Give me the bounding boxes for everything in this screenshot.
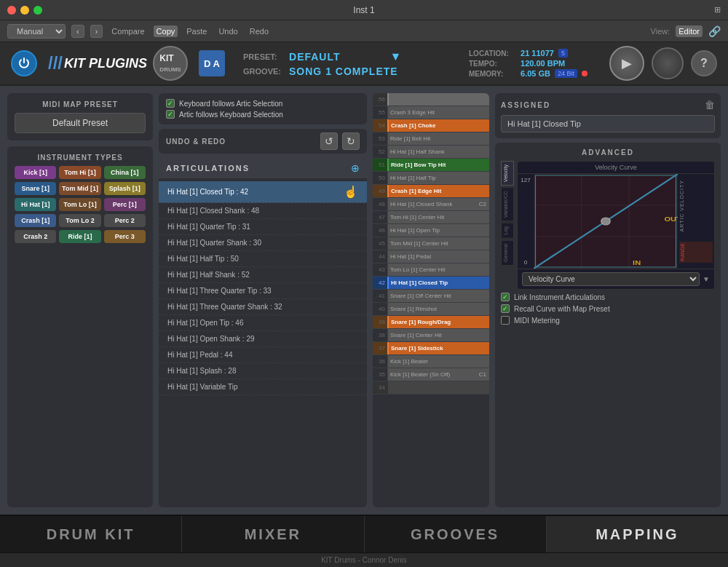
preset-select[interactable]: Manual: [7, 24, 66, 39]
piano-row[interactable]: 51 Ride [1] Bow Tip Hit: [373, 159, 489, 172]
piano-row[interactable]: 56: [373, 93, 489, 106]
checkbox-keyboard[interactable]: ✓ Keyboard follows Artic Selection: [166, 99, 360, 108]
artic-item[interactable]: Hi Hat [1] Open Shank : 29: [159, 331, 367, 347]
artic-item[interactable]: Hi Hat [1] Half Tip : 50: [159, 251, 367, 267]
piano-row[interactable]: 43 Tom Lo [1] Center Hit: [373, 263, 489, 277]
artic-item[interactable]: Hi Hat [1] Half Shank : 52: [159, 267, 367, 283]
tab-mapping[interactable]: MAPPING: [547, 516, 728, 552]
checkbox-keyboard-box[interactable]: ✓: [166, 99, 175, 108]
inst-crash2[interactable]: Crash 2: [15, 230, 56, 243]
copy-button[interactable]: Copy: [154, 25, 178, 37]
play-button[interactable]: ▶: [609, 46, 644, 81]
trash-button[interactable]: 🗑: [705, 99, 715, 111]
piano-row[interactable]: 44 Hi Hat [1] Pedal: [373, 250, 489, 263]
piano-row[interactable]: 38 Snare [1] Center Hit: [373, 329, 489, 342]
artic-item[interactable]: Hi Hat [1] Three Quarter Tip : 33: [159, 283, 367, 299]
link-icon[interactable]: 🔗: [708, 25, 721, 37]
velocity-curve-select[interactable]: Velocity Curve: [522, 272, 700, 286]
forward-button[interactable]: ›: [90, 25, 103, 38]
power-button[interactable]: [11, 50, 37, 76]
artic-item[interactable]: Hi Hat [1] Closed Tip : 42 ☝: [159, 181, 367, 203]
inst-tom-lo[interactable]: Tom Lo [1]: [59, 198, 100, 211]
artic-item[interactable]: Hi Hat [1] Splash : 28: [159, 363, 367, 379]
piano-row[interactable]: 49 Crash [1] Edge Hit: [373, 185, 489, 198]
undo-button[interactable]: Undo: [215, 25, 240, 37]
artic-item[interactable]: Hi Hat [1] Three Quarter Shank : 32: [159, 299, 367, 315]
inst-splash[interactable]: Splash [1]: [104, 182, 146, 195]
piano-row[interactable]: 47 Tom Hi [1] Center Hit: [373, 211, 489, 224]
preset-label: PRESET:: [243, 52, 283, 61]
right-panel: ASSIGNED 🗑 Hi Hat [1] Closed Tip ADVANCE…: [495, 93, 721, 507]
piano-row[interactable]: 53 Ride [1] Bell Hit: [373, 132, 489, 146]
adv-cb-midi-box[interactable]: [501, 316, 510, 325]
piano-row[interactable]: 37 Snare [1] Sidestick: [373, 342, 489, 355]
inst-tom-mid[interactable]: Tom Mid [1]: [59, 182, 100, 195]
log-tab[interactable]: Log: [501, 223, 514, 239]
artic-item[interactable]: Hi Hat [1] Quarter Shank : 30: [159, 235, 367, 251]
piano-row[interactable]: 41 Snare [1] Off Center Hit: [373, 290, 489, 303]
checkbox-artic[interactable]: ✓ Artic follows Keyboard Selection: [166, 110, 360, 119]
piano-row[interactable]: 34: [373, 381, 489, 394]
close-button[interactable]: [7, 6, 16, 15]
variable-cc-tab[interactable]: Variable/CC: [501, 187, 514, 221]
checkbox-keyboard-label: Keyboard follows Artic Selection: [179, 100, 282, 108]
inst-perc2[interactable]: Perc 2: [104, 214, 146, 227]
general-tab[interactable]: General: [501, 240, 514, 266]
piano-row[interactable]: 39 Snare [1] Rough/Drag: [373, 316, 489, 329]
redo-btn[interactable]: ↻: [342, 132, 360, 150]
inst-china[interactable]: China [1]: [104, 166, 146, 179]
piano-row[interactable]: 50 Hi Hat [1] Half Tip: [373, 172, 489, 185]
artic-item[interactable]: Hi Hat [1] Open Tip : 46: [159, 315, 367, 331]
fullscreen-icon[interactable]: ⊞: [714, 5, 721, 15]
artic-item[interactable]: Hi Hat [1] Variable Tip: [159, 379, 367, 395]
artic-item[interactable]: Hi Hat [1] Quarter Tip : 31: [159, 219, 367, 235]
adv-checkbox-recall[interactable]: ✓ Recall Curve with Map Preset: [501, 304, 715, 313]
midi-preset-button[interactable]: Default Preset: [15, 113, 146, 133]
maximize-button[interactable]: [33, 6, 42, 15]
groove-label: GROOVE:: [243, 67, 283, 76]
artic-refresh-button[interactable]: ⊕: [351, 162, 360, 174]
inst-hihat[interactable]: Hi Hat [1]: [15, 198, 56, 211]
tab-grooves[interactable]: GROOVES: [365, 516, 547, 552]
help-button[interactable]: ?: [691, 50, 717, 76]
piano-row[interactable]: 55 Crash 3 Edge Hit: [373, 106, 489, 119]
checkbox-artic-box[interactable]: ✓: [166, 110, 175, 119]
inst-kick[interactable]: Kick [1]: [15, 166, 56, 179]
artic-item[interactable]: Hi Hat [1] Pedal : 44: [159, 347, 367, 363]
graph-area[interactable]: OUT IN: [534, 174, 678, 269]
inst-tom-lo2[interactable]: Tom Lo 2: [59, 214, 100, 227]
piano-row[interactable]: 54 Crash [1] Choke: [373, 119, 489, 132]
piano-row[interactable]: 36 Kick [1] Beater: [373, 355, 489, 368]
inst-perc3[interactable]: Perc 3: [104, 230, 146, 243]
minimize-button[interactable]: [20, 6, 29, 15]
knob-control[interactable]: [652, 47, 684, 79]
inst-crash[interactable]: Crash [1]: [15, 214, 56, 227]
piano-row[interactable]: 45 Tom Mid [1] Center Hit: [373, 237, 489, 250]
piano-row[interactable]: 52 Hi Hat [1] Half Shank: [373, 146, 489, 159]
tab-drum-kit[interactable]: DRUM KIT: [0, 516, 182, 552]
redo-button[interactable]: Redo: [247, 25, 272, 37]
piano-row[interactable]: 35 Kick [1] Beater (Sn Off) C1: [373, 368, 489, 381]
editor-button[interactable]: Editor: [676, 25, 703, 37]
velocity-tab[interactable]: Velocity: [501, 161, 514, 186]
adv-cb-link-box[interactable]: ✓: [501, 293, 510, 301]
inst-ride[interactable]: Ride [1]: [59, 230, 100, 243]
back-button[interactable]: ‹: [71, 25, 84, 38]
undo-btn[interactable]: ↺: [320, 132, 338, 150]
preset-dropdown-arrow[interactable]: ▼: [390, 50, 402, 63]
paste-button[interactable]: Paste: [183, 25, 210, 37]
piano-row[interactable]: 40 Snare [1] Rimshot: [373, 303, 489, 316]
inst-perc[interactable]: Perc [1]: [104, 198, 146, 211]
adv-checkbox-link[interactable]: ✓ Link Instrument Articulations: [501, 293, 715, 301]
artic-item[interactable]: Hi Hat [1] Closed Shank : 48: [159, 203, 367, 219]
piano-row[interactable]: 48 Hi Hat [1] Closed Shank C2: [373, 198, 489, 211]
inst-tom-hi[interactable]: Tom Hi [1]: [59, 166, 100, 179]
piano-row[interactable]: 46 Hi Hat [1] Open Tip: [373, 224, 489, 237]
adv-checkbox-midi[interactable]: MIDI Metering: [501, 316, 715, 325]
compare-button[interactable]: Compare: [108, 25, 147, 37]
adv-cb-recall-box[interactable]: ✓: [501, 304, 510, 313]
articulations-list: Hi Hat [1] Closed Tip : 42 ☝ Hi Hat [1] …: [159, 178, 367, 507]
piano-row-active[interactable]: 42 Hi Hat [1] Closed Tip: [373, 277, 489, 290]
tab-mixer[interactable]: MIXER: [182, 516, 364, 552]
inst-snare[interactable]: Snare [1]: [15, 182, 56, 195]
